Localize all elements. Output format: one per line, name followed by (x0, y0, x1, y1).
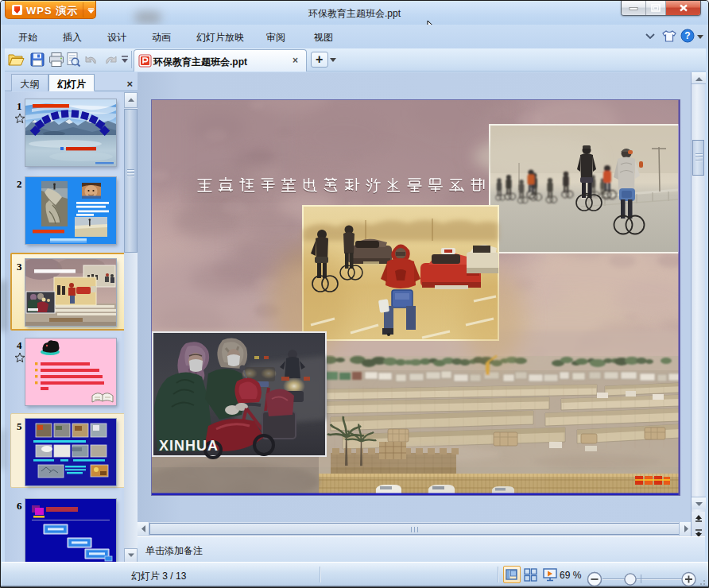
svg-text:?: ? (684, 30, 690, 41)
svg-text:XINHUA: XINHUA (159, 438, 219, 454)
